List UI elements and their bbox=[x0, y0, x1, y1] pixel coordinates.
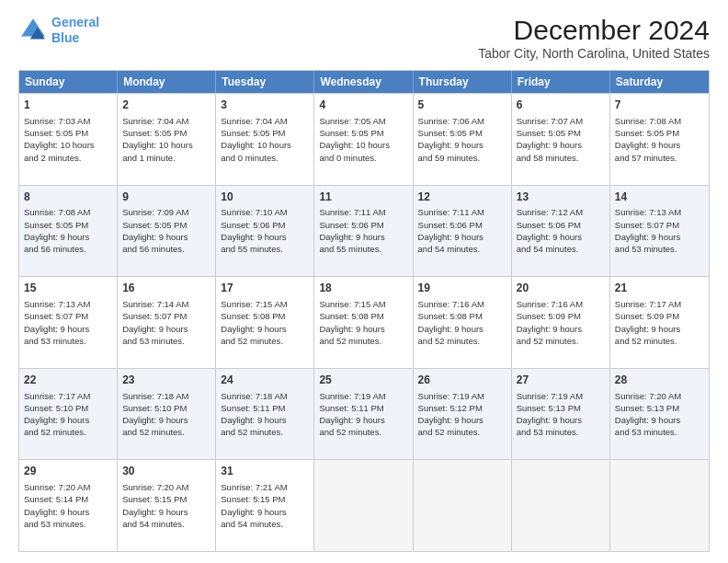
day-info-line: Daylight: 9 hours bbox=[615, 414, 704, 426]
day-number: 27 bbox=[517, 373, 605, 388]
calendar-header: SundayMondayTuesdayWednesdayThursdayFrid… bbox=[19, 71, 709, 93]
day-info-line: Daylight: 9 hours bbox=[122, 414, 210, 426]
day-number: 8 bbox=[24, 190, 112, 205]
calendar-day-11: 11Sunrise: 7:11 AMSunset: 5:06 PMDayligh… bbox=[314, 186, 413, 277]
calendar-day-13: 13Sunrise: 7:12 AMSunset: 5:06 PMDayligh… bbox=[512, 186, 610, 277]
calendar-day-8: 8Sunrise: 7:08 AMSunset: 5:05 PMDaylight… bbox=[19, 186, 118, 277]
day-number: 9 bbox=[122, 190, 210, 205]
day-info-line: Daylight: 9 hours bbox=[122, 323, 210, 335]
day-number: 21 bbox=[615, 281, 704, 296]
logo-line2: Blue bbox=[51, 30, 79, 45]
day-number: 3 bbox=[221, 98, 309, 113]
day-info-line: Daylight: 9 hours bbox=[418, 414, 506, 426]
day-info-line: Sunrise: 7:11 AM bbox=[319, 206, 407, 218]
day-info-line: Sunset: 5:05 PM bbox=[122, 127, 210, 139]
calendar-day-7: 7Sunrise: 7:08 AMSunset: 5:05 PMDaylight… bbox=[610, 94, 709, 185]
day-info-line: Sunrise: 7:16 AM bbox=[418, 298, 506, 310]
header-day-tuesday: Tuesday bbox=[216, 71, 314, 93]
calendar-day-15: 15Sunrise: 7:13 AMSunset: 5:07 PMDayligh… bbox=[19, 277, 118, 368]
calendar-day-21: 21Sunrise: 7:17 AMSunset: 5:09 PMDayligh… bbox=[610, 277, 709, 368]
day-info-line: Sunset: 5:05 PM bbox=[221, 127, 309, 139]
day-info-line: Sunrise: 7:10 AM bbox=[221, 206, 309, 218]
day-info-line: and 53 minutes. bbox=[517, 426, 605, 438]
calendar-day-26: 26Sunrise: 7:19 AMSunset: 5:12 PMDayligh… bbox=[414, 369, 512, 460]
logo-icon bbox=[18, 16, 48, 45]
day-info-line: Sunrise: 7:15 AM bbox=[221, 298, 309, 310]
day-info-line: Daylight: 9 hours bbox=[615, 323, 704, 335]
day-info-line: Sunrise: 7:18 AM bbox=[122, 390, 210, 402]
day-info-line: Daylight: 9 hours bbox=[24, 414, 112, 426]
calendar-day-28: 28Sunrise: 7:20 AMSunset: 5:13 PMDayligh… bbox=[610, 369, 709, 460]
day-info-line: Sunset: 5:05 PM bbox=[24, 219, 112, 231]
calendar-day-14: 14Sunrise: 7:13 AMSunset: 5:07 PMDayligh… bbox=[610, 186, 709, 277]
day-info-line: Sunset: 5:13 PM bbox=[615, 402, 704, 414]
header-day-wednesday: Wednesday bbox=[314, 71, 413, 93]
day-number: 23 bbox=[122, 373, 210, 388]
day-number: 31 bbox=[221, 464, 309, 479]
day-info-line: Daylight: 9 hours bbox=[418, 231, 506, 243]
day-number: 11 bbox=[319, 190, 407, 205]
day-number: 28 bbox=[615, 373, 704, 388]
day-number: 25 bbox=[319, 373, 407, 388]
day-info-line: Sunset: 5:11 PM bbox=[319, 402, 407, 414]
day-info-line: Daylight: 9 hours bbox=[418, 323, 506, 335]
day-info-line: Sunset: 5:08 PM bbox=[418, 310, 506, 322]
page: General Blue December 2024 Tabor City, N… bbox=[0, 0, 728, 563]
day-info-line: Sunset: 5:12 PM bbox=[418, 402, 506, 414]
calendar-empty-cell bbox=[314, 460, 413, 551]
day-info-line: and 56 minutes. bbox=[122, 243, 210, 255]
day-info-line: Sunrise: 7:19 AM bbox=[319, 390, 407, 402]
day-info-line: Sunset: 5:07 PM bbox=[24, 310, 112, 322]
day-info-line: Daylight: 9 hours bbox=[221, 414, 309, 426]
day-info-line: Sunrise: 7:14 AM bbox=[122, 298, 210, 310]
header-day-sunday: Sunday bbox=[19, 71, 118, 93]
day-info-line: and 0 minutes. bbox=[319, 152, 407, 164]
day-number: 22 bbox=[24, 373, 112, 388]
day-info-line: Daylight: 9 hours bbox=[319, 414, 407, 426]
day-info-line: and 58 minutes. bbox=[517, 152, 605, 164]
calendar-day-19: 19Sunrise: 7:16 AMSunset: 5:08 PMDayligh… bbox=[414, 277, 512, 368]
day-info-line: Sunset: 5:15 PM bbox=[122, 493, 210, 505]
day-number: 19 bbox=[418, 281, 506, 296]
calendar-day-12: 12Sunrise: 7:11 AMSunset: 5:06 PMDayligh… bbox=[414, 186, 512, 277]
day-number: 10 bbox=[221, 190, 309, 205]
day-info-line: Daylight: 9 hours bbox=[517, 414, 605, 426]
day-info-line: Sunrise: 7:20 AM bbox=[24, 481, 112, 493]
day-info-line: and 56 minutes. bbox=[24, 243, 112, 255]
day-info-line: Daylight: 10 hours bbox=[221, 139, 309, 151]
day-info-line: Sunset: 5:05 PM bbox=[615, 127, 704, 139]
day-info-line: Sunset: 5:09 PM bbox=[615, 310, 704, 322]
day-info-line: Daylight: 9 hours bbox=[24, 231, 112, 243]
day-info-line: Sunrise: 7:07 AM bbox=[517, 115, 605, 127]
day-info-line: and 53 minutes. bbox=[615, 426, 704, 438]
logo: General Blue bbox=[18, 15, 99, 46]
calendar-empty-cell bbox=[610, 460, 709, 551]
day-info-line: and 53 minutes. bbox=[24, 518, 112, 530]
day-info-line: Daylight: 9 hours bbox=[517, 231, 605, 243]
day-number: 4 bbox=[319, 98, 407, 113]
day-info-line: Sunrise: 7:12 AM bbox=[517, 206, 605, 218]
calendar-day-31: 31Sunrise: 7:21 AMSunset: 5:15 PMDayligh… bbox=[216, 460, 314, 551]
day-info-line: Sunset: 5:05 PM bbox=[122, 219, 210, 231]
day-info-line: and 52 minutes. bbox=[319, 335, 407, 347]
calendar-week-3: 15Sunrise: 7:13 AMSunset: 5:07 PMDayligh… bbox=[19, 276, 709, 368]
calendar: SundayMondayTuesdayWednesdayThursdayFrid… bbox=[18, 70, 710, 552]
day-info-line: Sunrise: 7:20 AM bbox=[615, 390, 704, 402]
day-number: 13 bbox=[517, 190, 605, 205]
calendar-day-22: 22Sunrise: 7:17 AMSunset: 5:10 PMDayligh… bbox=[19, 369, 118, 460]
calendar-day-6: 6Sunrise: 7:07 AMSunset: 5:05 PMDaylight… bbox=[512, 94, 610, 185]
day-info-line: Daylight: 9 hours bbox=[221, 506, 309, 518]
logo-line1: General bbox=[51, 15, 99, 29]
day-number: 16 bbox=[122, 281, 210, 296]
day-info-line: Sunrise: 7:09 AM bbox=[122, 206, 210, 218]
day-info-line: Sunrise: 7:20 AM bbox=[122, 481, 210, 493]
calendar-body: 1Sunrise: 7:03 AMSunset: 5:05 PMDaylight… bbox=[19, 93, 709, 551]
calendar-week-4: 22Sunrise: 7:17 AMSunset: 5:10 PMDayligh… bbox=[19, 368, 709, 460]
day-info-line: Daylight: 9 hours bbox=[319, 323, 407, 335]
day-info-line: and 59 minutes. bbox=[418, 152, 506, 164]
day-info-line: and 1 minute. bbox=[122, 152, 210, 164]
calendar-day-25: 25Sunrise: 7:19 AMSunset: 5:11 PMDayligh… bbox=[314, 369, 413, 460]
day-info-line: and 52 minutes. bbox=[221, 426, 309, 438]
day-number: 30 bbox=[122, 464, 210, 479]
day-info-line: Sunset: 5:10 PM bbox=[122, 402, 210, 414]
